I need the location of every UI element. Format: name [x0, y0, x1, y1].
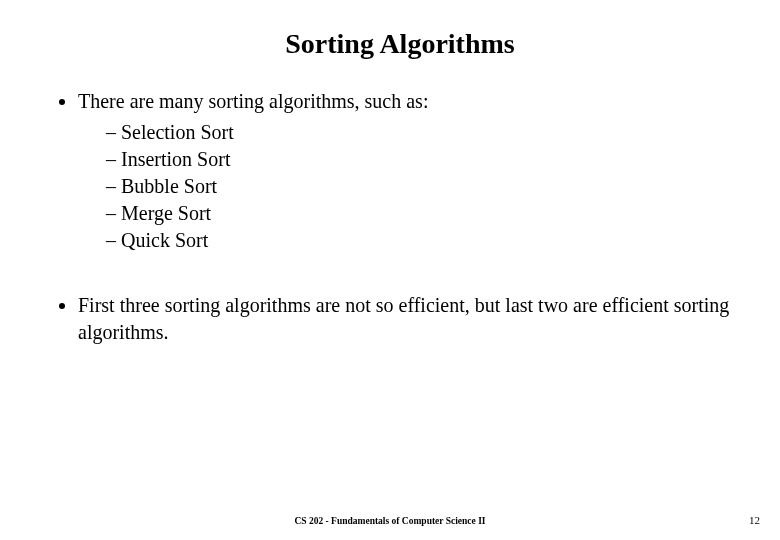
bullet-list: There are many sorting algorithms, such … [78, 88, 740, 254]
footer: CS 202 - Fundamentals of Computer Scienc… [0, 516, 780, 526]
sub-item: Merge Sort [106, 200, 740, 227]
sub-item: Quick Sort [106, 227, 740, 254]
sub-item: Selection Sort [106, 119, 740, 146]
page-number: 12 [749, 514, 760, 526]
sub-item: Bubble Sort [106, 173, 740, 200]
sub-list: Selection Sort Insertion Sort Bubble Sor… [106, 119, 740, 254]
bullet-intro-text: There are many sorting algorithms, such … [78, 90, 428, 112]
slide-title: Sorting Algorithms [60, 28, 740, 60]
bullet-intro: There are many sorting algorithms, such … [78, 88, 740, 254]
spacer [60, 260, 740, 292]
slide: Sorting Algorithms There are many sortin… [0, 0, 780, 540]
bullet-list-2: First three sorting algorithms are not s… [78, 292, 740, 346]
footer-course: CS 202 - Fundamentals of Computer Scienc… [0, 516, 780, 526]
bullet-note: First three sorting algorithms are not s… [78, 292, 740, 346]
sub-item: Insertion Sort [106, 146, 740, 173]
